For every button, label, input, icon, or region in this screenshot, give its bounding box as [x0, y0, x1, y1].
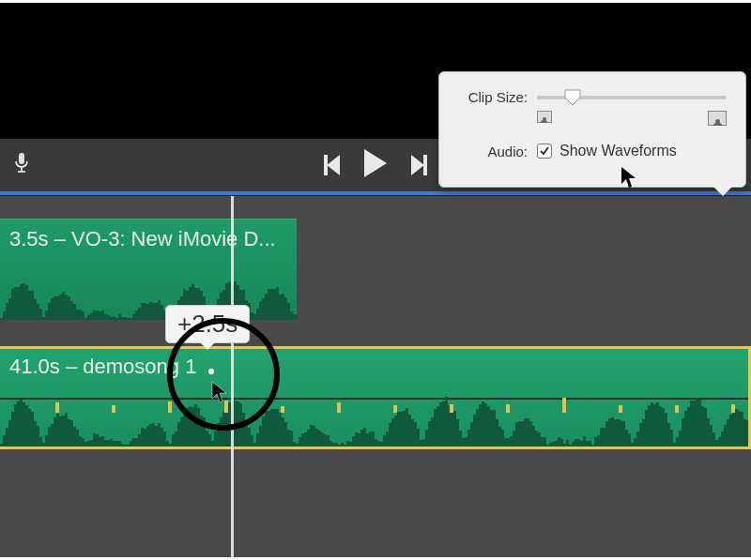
small-thumbnail-icon	[537, 111, 552, 123]
timeline[interactable]: 3.5s – VO-3: New iMovie D... // waveform…	[0, 191, 751, 560]
timeline-settings-popover: Clip Size: Audio: Show Waveforms	[438, 71, 746, 188]
clip-label: 41.0s – demosong 1	[0, 349, 748, 385]
next-button[interactable]	[411, 155, 427, 175]
edit-handle[interactable]	[208, 369, 214, 374]
svg-rect-0	[19, 153, 24, 164]
waveform	[0, 394, 748, 446]
time-offset-tooltip: +2.5s	[165, 305, 250, 343]
show-waveforms-label: Show Waveforms	[559, 143, 677, 159]
large-thumbnail-icon	[708, 111, 727, 126]
slider-thumb-icon[interactable]	[563, 88, 582, 111]
clip-label: 3.5s – VO-3: New iMovie D...	[0, 219, 297, 259]
tooltip-text: +2.5s	[177, 310, 238, 338]
audio-clip-demosong[interactable]: 41.0s – demosong 1	[0, 346, 751, 449]
transport-controls	[324, 149, 427, 181]
playhead[interactable]	[231, 196, 234, 560]
clip-size-slider[interactable]	[537, 96, 727, 99]
voiceover-record-button[interactable]	[13, 151, 30, 179]
slider-thumbnail-icons	[537, 111, 727, 126]
audio-clip-vo3[interactable]: 3.5s – VO-3: New iMovie D... // waveform…	[0, 219, 297, 320]
clip-size-label: Clip Size:	[458, 89, 528, 105]
previous-button[interactable]	[324, 155, 340, 175]
waveform: // waveform drawn below after data load	[0, 273, 297, 320]
cursor-icon	[620, 165, 638, 193]
play-button[interactable]	[364, 149, 387, 181]
show-waveforms-checkbox[interactable]	[537, 144, 552, 159]
cursor-icon	[210, 380, 229, 408]
audio-label: Audio:	[458, 144, 528, 159]
